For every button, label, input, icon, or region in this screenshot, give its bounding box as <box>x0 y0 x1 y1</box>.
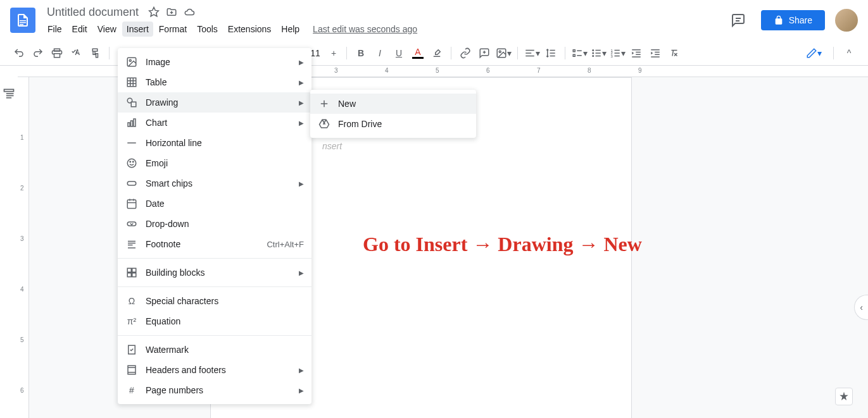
document-title[interactable]: Untitled document <box>43 4 142 20</box>
vertical-ruler[interactable]: 1 2 3 4 5 6 <box>18 77 29 418</box>
insert-dropdown-item[interactable]: Drop-down <box>118 214 311 234</box>
chevron-right-icon: ▶ <box>299 99 304 106</box>
svg-rect-74 <box>127 273 131 277</box>
outline-icon[interactable] <box>3 87 15 418</box>
insert-drawing-item[interactable]: Drawing ▶ <box>118 92 311 113</box>
undo-button[interactable] <box>10 44 28 62</box>
last-edit-link[interactable]: Last edit was seconds ago <box>313 24 417 34</box>
insert-hline-item[interactable]: Horizontal line <box>118 133 311 153</box>
drawing-icon <box>125 96 138 109</box>
insert-image-button[interactable]: ▾ <box>494 44 512 62</box>
align-button[interactable]: ▾ <box>523 44 541 62</box>
insert-page-numbers-item[interactable]: # Page numbers ▶ <box>118 380 311 400</box>
chevron-right-icon: ▶ <box>299 120 304 126</box>
svg-rect-31 <box>614 49 619 51</box>
menu-tools[interactable]: Tools <box>192 22 222 37</box>
insert-equation-item[interactable]: π² Equation <box>118 311 311 331</box>
bold-button[interactable]: B <box>352 44 370 62</box>
docs-logo[interactable] <box>10 8 35 33</box>
calendar-icon <box>125 197 138 210</box>
link-button[interactable] <box>456 44 474 62</box>
clear-formatting-button[interactable] <box>665 44 683 62</box>
increase-indent-button[interactable] <box>646 44 664 62</box>
spellcheck-button[interactable] <box>67 44 85 62</box>
svg-rect-19 <box>573 54 575 56</box>
svg-rect-39 <box>655 51 660 52</box>
star-icon[interactable] <box>148 6 160 18</box>
checklist-button[interactable]: ▾ <box>570 44 588 62</box>
footnote-icon <box>125 238 138 250</box>
numbered-list-button[interactable]: 123▾ <box>608 44 626 62</box>
outline-panel <box>0 77 18 418</box>
bulleted-list-button[interactable]: ▾ <box>589 44 607 62</box>
insert-table-item[interactable]: Table ▶ <box>118 72 311 92</box>
drawing-submenu: New From Drive <box>310 90 476 138</box>
line-spacing-button[interactable] <box>542 44 560 62</box>
svg-rect-75 <box>132 273 136 277</box>
svg-point-60 <box>130 161 131 163</box>
svg-point-59 <box>127 159 136 168</box>
hash-icon: # <box>125 384 138 396</box>
share-button[interactable]: Share <box>761 10 825 30</box>
insert-watermark-item[interactable]: Watermark <box>118 340 311 360</box>
insert-chart-item[interactable]: Chart ▶ <box>118 113 311 133</box>
svg-rect-56 <box>131 121 133 126</box>
lock-icon <box>774 15 784 25</box>
collapse-toolbar-button[interactable]: ^ <box>840 44 858 62</box>
comments-button[interactable] <box>726 8 751 33</box>
insert-headers-footers-item[interactable]: Headers and footers ▶ <box>118 360 311 380</box>
share-label: Share <box>789 15 812 25</box>
menubar: File Edit View Insert Format Tools Exten… <box>43 22 726 37</box>
menu-edit[interactable]: Edit <box>68 22 92 37</box>
menu-format[interactable]: Format <box>154 22 191 37</box>
svg-point-47 <box>129 59 131 61</box>
menu-extensions[interactable]: Extensions <box>223 22 275 37</box>
text-color-button[interactable]: A <box>409 44 427 62</box>
svg-rect-73 <box>132 268 136 272</box>
cloud-icon[interactable] <box>183 6 196 18</box>
svg-rect-48 <box>127 78 136 87</box>
decrease-indent-button[interactable] <box>627 44 645 62</box>
menu-help[interactable]: Help <box>277 22 304 37</box>
menu-view[interactable]: View <box>93 22 121 37</box>
svg-rect-14 <box>525 55 534 56</box>
underline-button[interactable]: U <box>390 44 408 62</box>
avatar[interactable] <box>835 9 858 32</box>
insert-image-item[interactable]: Image ▶ <box>118 52 311 72</box>
print-button[interactable] <box>48 44 66 62</box>
svg-rect-25 <box>595 49 600 51</box>
drawing-from-drive-item[interactable]: From Drive <box>310 114 476 134</box>
menu-insert[interactable]: Insert <box>122 22 153 37</box>
insert-building-blocks-item[interactable]: Building blocks ▶ <box>118 262 311 283</box>
redo-button[interactable] <box>29 44 47 62</box>
omega-icon: Ω <box>125 295 138 307</box>
paint-format-button[interactable] <box>86 44 104 62</box>
insert-special-chars-item[interactable]: Ω Special characters <box>118 291 311 311</box>
svg-rect-41 <box>651 56 660 58</box>
editing-mode-button[interactable]: ▾ <box>801 45 827 61</box>
headers-icon <box>125 364 138 376</box>
smart-chips-icon <box>125 177 138 190</box>
insert-smart-chips-item[interactable]: Smart chips ▶ <box>118 173 311 194</box>
italic-button[interactable]: I <box>371 44 389 62</box>
annotation-text: Go to Insert → Drawing → New <box>363 233 642 256</box>
svg-point-24 <box>592 55 594 57</box>
svg-rect-38 <box>651 49 660 51</box>
insert-emoji-item[interactable]: Emoji <box>118 153 311 173</box>
insert-date-item[interactable]: Date <box>118 194 311 214</box>
svg-rect-1 <box>20 22 26 23</box>
insert-footnote-item[interactable]: Footnote Ctrl+Alt+F <box>118 234 311 254</box>
drawing-new-item[interactable]: New <box>310 94 476 114</box>
move-icon[interactable] <box>165 6 178 18</box>
svg-rect-26 <box>595 52 600 54</box>
explore-button[interactable] <box>835 388 853 405</box>
chevron-right-icon: ▶ <box>299 180 304 187</box>
menu-file[interactable]: File <box>43 22 66 37</box>
font-size-increase[interactable]: + <box>326 46 341 61</box>
highlight-button[interactable] <box>428 44 446 62</box>
svg-text:3: 3 <box>610 54 613 58</box>
add-comment-button[interactable] <box>475 44 493 62</box>
header: Untitled document File Edit View Insert … <box>0 0 868 40</box>
svg-rect-27 <box>595 55 600 56</box>
svg-marker-3 <box>149 8 159 16</box>
